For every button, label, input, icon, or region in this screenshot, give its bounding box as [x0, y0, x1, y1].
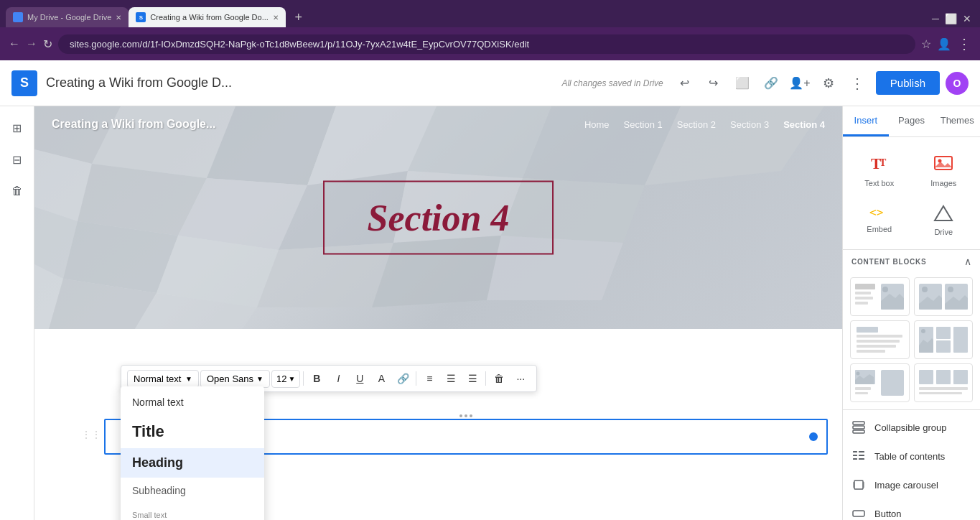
align-button[interactable]: ≡ [419, 368, 439, 389]
address-bar: ← → ↻ sites.google.com/d/1f-IOxDmzdSQH2-… [0, 27, 980, 60]
svg-rect-69 [853, 455, 857, 456]
insert-image-carousel[interactable]: Image carousel [843, 470, 980, 499]
browser-window: My Drive - Google Drive ✕ S Creating a W… [0, 0, 980, 60]
toolbar-divider-2 [416, 371, 416, 386]
address-input-container[interactable]: sites.google.com/d/1f-IOxDmzdSQH2-NaPgk-… [58, 34, 915, 54]
svg-rect-66 [853, 430, 864, 433]
collapsible-icon [851, 420, 866, 435]
nav-home[interactable]: Home [584, 119, 610, 130]
svg-point-38 [922, 287, 928, 292]
tab-drive[interactable]: My Drive - Google Drive ✕ [6, 7, 129, 27]
insert-button[interactable]: Button [843, 499, 980, 520]
undo-button[interactable]: ↩ [672, 70, 698, 96]
svg-rect-32 [855, 302, 868, 305]
preview-button[interactable]: ⬜ [729, 70, 755, 96]
site-nav-title: Creating a Wiki from Google... [52, 118, 215, 131]
bold-button[interactable]: B [307, 368, 327, 389]
block-image-grid-2[interactable] [914, 277, 974, 316]
text-color-button[interactable]: A [371, 368, 391, 389]
sites-tab-favicon: S [136, 12, 146, 22]
sites-app-icon: S [11, 70, 37, 96]
reload-button[interactable]: ↻ [43, 37, 52, 51]
bookmark-icon[interactable]: ☆ [921, 37, 931, 51]
svg-rect-76 [853, 511, 864, 516]
maximize-icon[interactable]: ⬜ [945, 13, 957, 24]
dropdown-subheading[interactable]: Subheading [121, 478, 264, 503]
close-icon[interactable]: ✕ [963, 13, 971, 24]
italic-button[interactable]: I [328, 368, 348, 389]
tab-insert[interactable]: Insert [843, 106, 889, 136]
text-style-selector[interactable]: Normal text ▼ [127, 370, 199, 388]
left-toolbar: ⊞ ⊟ 🗑 [0, 106, 34, 520]
section4-content-box[interactable]: Section 4 [323, 181, 554, 255]
insert-items-grid: TT Text box Images <> [843, 137, 980, 249]
images-icon [933, 153, 953, 176]
drive-tab-close[interactable]: ✕ [116, 14, 121, 22]
redo-button[interactable]: ↪ [701, 70, 727, 96]
style-dropdown-arrow: ▼ [185, 375, 192, 383]
minimize-icon[interactable]: ─ [932, 13, 939, 24]
more-format-button[interactable]: ··· [510, 368, 531, 389]
sites-icon-letter: S [20, 75, 29, 90]
nav-section1[interactable]: Section 1 [624, 119, 663, 130]
size-dropdown-arrow: ▼ [288, 375, 295, 383]
svg-rect-68 [859, 451, 864, 452]
nav-section3[interactable]: Section 3 [730, 119, 769, 130]
dropdown-small-text[interactable]: Small text [121, 503, 264, 520]
back-button[interactable]: ← [9, 37, 20, 50]
subheading-label: Subheading [132, 485, 186, 496]
svg-rect-65 [853, 426, 864, 429]
delete-tool-button[interactable]: 🗑 [4, 178, 30, 204]
numbered-list-button[interactable]: ☰ [462, 368, 482, 389]
share-link-button[interactable]: 🔗 [758, 70, 784, 96]
embed-icon: <> [869, 205, 890, 222]
tab-sites[interactable]: S Creating a Wiki from Google Do... ✕ [129, 7, 285, 27]
block-text-only[interactable] [850, 320, 910, 359]
new-tab-button[interactable]: + [289, 7, 309, 27]
pages-tool-button[interactable]: ⊞ [4, 115, 30, 141]
font-dropdown-arrow: ▼ [256, 375, 263, 383]
block-image-grid-3[interactable] [914, 320, 974, 359]
insert-textbox[interactable]: TT Text box [849, 146, 910, 195]
row-drag-handle[interactable]: ⋮⋮ [81, 419, 101, 440]
block-mixed-1[interactable] [850, 363, 910, 402]
content-blocks-collapse[interactable]: ∧ [964, 256, 971, 267]
avatar-letter: O [953, 78, 961, 89]
dropdown-title[interactable]: Title [121, 415, 264, 448]
publish-button[interactable]: Publish [876, 71, 940, 95]
insert-embed[interactable]: <> Embed [849, 198, 910, 243]
more-options-button[interactable]: ⋮ [844, 70, 870, 96]
tab-pages[interactable]: Pages [889, 106, 935, 136]
block-text-image[interactable] [850, 277, 910, 316]
layers-tool-button[interactable]: ⊟ [4, 147, 30, 172]
user-icon[interactable]: 👤 [937, 37, 951, 51]
nav-section4[interactable]: Section 4 [783, 119, 825, 130]
dropdown-heading[interactable]: Heading [121, 448, 264, 478]
link-button[interactable]: 🔗 [393, 368, 413, 389]
font-size-selector[interactable]: 12 ▼ [271, 370, 300, 388]
insert-drive[interactable]: Drive [913, 198, 975, 243]
svg-text:T: T [879, 157, 887, 168]
svg-rect-31 [855, 297, 873, 300]
delete-content-button[interactable]: 🗑 [489, 368, 509, 389]
settings-button[interactable]: ⚙ [816, 70, 841, 96]
resize-handle-top[interactable] [459, 414, 472, 417]
insert-collapsible-group[interactable]: Collapsible group [843, 413, 980, 442]
add-user-button[interactable]: 👤+ [787, 70, 813, 96]
forward-button[interactable]: → [26, 37, 37, 50]
tab-themes[interactable]: Themes [934, 106, 980, 136]
insert-images[interactable]: Images [913, 146, 975, 195]
nav-section2[interactable]: Section 2 [677, 119, 716, 130]
font-selector[interactable]: Open Sans ▼ [200, 370, 270, 388]
font-label: Open Sans [207, 373, 253, 384]
dropdown-normal-text[interactable]: Normal text [121, 389, 264, 415]
drive-tab-label: My Drive - Google Drive [27, 13, 111, 22]
sites-tab-close[interactable]: ✕ [273, 14, 279, 22]
block-mixed-2[interactable] [914, 363, 974, 402]
insert-table-of-contents[interactable]: Table of contents [843, 442, 980, 470]
user-avatar[interactable]: O [946, 72, 969, 95]
button-icon [851, 506, 866, 520]
underline-button[interactable]: U [350, 368, 370, 389]
menu-icon[interactable]: ⋮ [957, 35, 971, 52]
bullet-list-button[interactable]: ☰ [441, 368, 461, 389]
